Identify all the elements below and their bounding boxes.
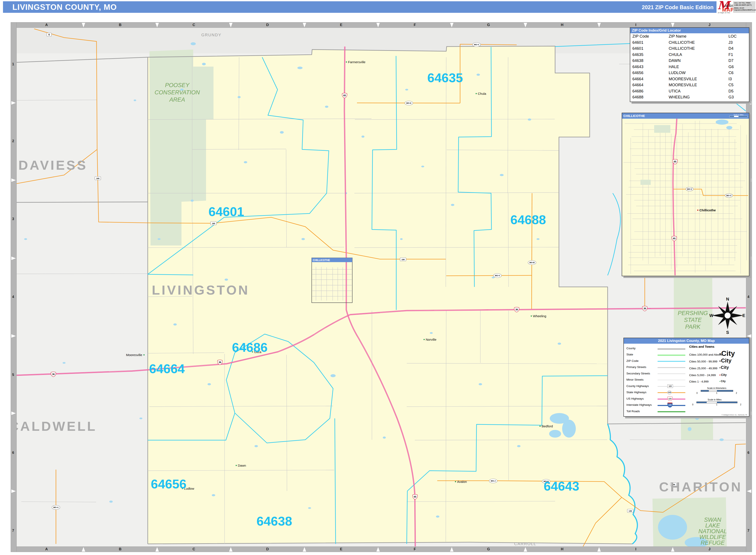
svg-text:MO-B: MO-B (530, 261, 535, 264)
grid-number-7: 7 (748, 529, 749, 532)
svg-text:MO-A: MO-A (53, 506, 58, 508)
city-sample-xl: City (719, 349, 735, 357)
marketmaps-logo: M arket MAPS On Target. On Time. CALL US… (717, 0, 756, 14)
svg-text:SWAN: SWAN (704, 517, 721, 523)
table-row: 64686UTICAD5 (630, 88, 749, 94)
zip-index-title: ZIP Code Index/Grid Locator (630, 28, 749, 33)
zip-label-64643: 64643 (544, 479, 580, 493)
grid-notch (156, 23, 159, 27)
county-label-chariton: CHARITON (659, 479, 742, 494)
scale-mi-bar (697, 401, 738, 403)
table-row: 64656LUDLOWC6 (630, 70, 749, 76)
svg-text:65: 65 (674, 160, 676, 163)
town-farmersville: Farmersville (346, 60, 366, 64)
svg-text:190: 190 (212, 222, 215, 224)
svg-text:POOSEY: POOSEY (165, 82, 190, 88)
svg-text:Chillicothe: Chillicothe (700, 208, 716, 212)
grid-notch (450, 547, 454, 552)
grid-letter-H: H (561, 547, 563, 551)
grid-notch (376, 23, 380, 27)
grid-bar-left (11, 22, 17, 552)
compass-w: W (709, 313, 714, 318)
grid-bar-bottom (11, 547, 752, 552)
grid-letter-B: B (119, 23, 122, 27)
city-class-row: Cities 100,000 and Above (689, 353, 722, 356)
svg-text:190: 190 (402, 258, 405, 261)
table-row: 64664MOORESVILLEC5 (630, 82, 749, 88)
grid-notch (747, 334, 751, 338)
inset-title-bar: CHILLICOTHE Scale in Miles (622, 113, 749, 119)
grid-notch (671, 547, 674, 552)
inset-map: CHILLICOTHE Scale in Miles 65 65 MO-V MO… (622, 113, 749, 276)
grid-number-1: 1 (12, 62, 14, 66)
svg-text:NATIONAL: NATIONAL (698, 528, 727, 535)
svg-text:MO-K: MO-K (406, 102, 411, 104)
svg-text:WILDLIFE: WILDLIFE (700, 534, 726, 540)
county-label-grundy: GRUNDY (201, 33, 221, 37)
page-title: LIVINGSTON COUNTY, MO (12, 3, 117, 12)
grid-letter-B: B (119, 547, 122, 551)
table-row: 64635CHULAF1 (630, 52, 749, 58)
grid-number-4: 4 (12, 295, 14, 299)
table-row: 64664MOORESVILLEI3 (630, 76, 749, 82)
county-label-carroll: CARROLL (514, 542, 536, 546)
grid-letter-C: C (193, 23, 195, 27)
grid-notch (11, 257, 16, 260)
city-sample-s: City (719, 373, 726, 377)
grid-letter-D: D (266, 547, 269, 551)
svg-text:36: 36 (643, 307, 646, 310)
svg-text:Wheeling: Wheeling (533, 314, 546, 318)
svg-text:Mooresville: Mooresville (126, 353, 142, 357)
grid-bar-top (11, 22, 752, 28)
inset-title: CHILLICOTHE (623, 114, 645, 118)
grid-notch (11, 101, 16, 104)
zip-index-table: ZIP Code Index/Grid Locator ZIP Code ZIP… (630, 27, 749, 102)
grid-notch (11, 178, 16, 182)
city-class-row: Cities 50,000 - 99,999 (689, 360, 717, 363)
table-row: 64601CHILLICOTHED4 (630, 45, 749, 52)
svg-text:MO-V: MO-V (726, 195, 731, 197)
zip-label-64664: 64664 (149, 361, 185, 376)
inset-scale: Scale in Miles (729, 114, 748, 117)
grid-letter-G: G (487, 23, 490, 27)
city-class-row: Cities 25,000 - 49,999 (689, 367, 717, 370)
grid-notch (303, 547, 306, 552)
grid-letter-C: C (193, 547, 195, 551)
city-sample-m: City (719, 365, 729, 370)
svg-text:65: 65 (414, 496, 416, 498)
grid-letter-D: D (266, 23, 269, 27)
grid-number-6: 6 (12, 451, 14, 455)
svg-text:PARK: PARK (685, 324, 701, 330)
zip-label-64686: 64686 (232, 340, 268, 354)
zip-label-64688: 64688 (510, 213, 546, 227)
grid-number-5: 5 (12, 373, 14, 377)
grid-notch (524, 23, 527, 27)
city-sample-xs: City (719, 380, 726, 383)
svg-text:MO-V: MO-V (687, 188, 692, 190)
city-class-row: Cities 1 - 4,999 (689, 380, 709, 383)
zip-index-header: ZIP Code ZIP Name LOC (630, 33, 749, 40)
grid-notch (11, 334, 16, 338)
copyright-note: © Intelligent Direct, Inc., Nanticoke, P… (722, 414, 747, 416)
svg-text:Bedford: Bedford (542, 424, 553, 428)
zip-label-64635: 64635 (427, 71, 463, 85)
logo-tagline: On Target. On Time. (718, 12, 730, 13)
table-row: 64643HALEG6 (630, 64, 749, 70)
zip-label-64656: 64656 (151, 477, 186, 491)
county-label-livingston: LIVINGSTON (152, 283, 250, 297)
grid-number-6: 6 (748, 451, 749, 455)
svg-text:Dawn: Dawn (238, 464, 246, 467)
grid-number-7: 7 (12, 529, 14, 532)
inset-map-canvas: 65 65 MO-V MO-V Chillicothe (622, 119, 748, 275)
grid-notch (303, 23, 306, 27)
svg-text:MO-V: MO-V (495, 274, 500, 276)
grid-letter-A: A (45, 23, 48, 27)
compass-s: S (726, 330, 729, 335)
grid-number-3: 3 (12, 217, 14, 221)
grid-letter-I: I (635, 547, 636, 551)
grid-notch (82, 23, 85, 27)
svg-text:STATE: STATE (684, 317, 702, 323)
grid-notch (376, 547, 380, 552)
grid-notch (597, 23, 601, 27)
grid-letter-F: F (414, 547, 416, 551)
